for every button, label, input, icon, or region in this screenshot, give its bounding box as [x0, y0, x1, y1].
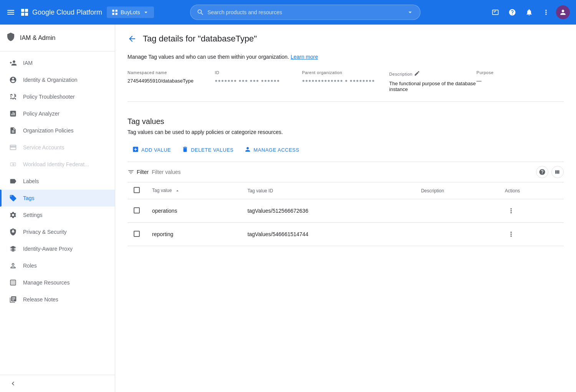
- sidebar-item-identity-proxy[interactable]: Identity-Aware Proxy: [0, 240, 115, 257]
- td-check-operations[interactable]: [127, 199, 146, 223]
- main-content: Tag details for "databaseType" Manage Ta…: [115, 25, 576, 392]
- menu-icon[interactable]: [6, 8, 15, 17]
- sidebar-collapse-button[interactable]: [0, 375, 115, 392]
- sidebar-item-release-notes[interactable]: Release Notes: [0, 291, 115, 308]
- filter-input[interactable]: [152, 169, 533, 175]
- filter-bar: Filter: [127, 162, 564, 182]
- sidebar-item-settings[interactable]: Settings: [0, 207, 115, 223]
- user-avatar[interactable]: [556, 5, 570, 19]
- add-box-icon: [132, 146, 139, 154]
- parent-org-label: Parent organization: [302, 70, 389, 75]
- help-button[interactable]: [505, 5, 519, 19]
- back-button[interactable]: [127, 34, 137, 43]
- sidebar-shield-icon: [6, 32, 15, 43]
- sidebar-item-policy-analyzer-label: Policy Analyzer: [23, 111, 60, 117]
- table-row: operations tagValues/512566672636: [127, 199, 564, 223]
- sidebar-item-org-policies[interactable]: Organization Policies: [0, 122, 115, 139]
- metadata-description: Description The functional purpose of th…: [389, 70, 477, 92]
- th-select-all[interactable]: [127, 182, 146, 199]
- td-actions-operations: [499, 199, 564, 223]
- top-navigation: Google Cloud Platform BuyLots: [0, 0, 576, 25]
- more-options-button[interactable]: [539, 5, 553, 19]
- manage-access-button[interactable]: MANAGE ACCESS: [240, 143, 304, 157]
- actions-menu-reporting[interactable]: [505, 228, 517, 240]
- sidebar-item-iam[interactable]: IAM: [0, 55, 115, 71]
- sidebar-item-iam-label: IAM: [23, 60, 33, 66]
- sidebar-item-policy-analyzer[interactable]: Policy Analyzer: [0, 105, 115, 122]
- search-bar[interactable]: [190, 5, 420, 20]
- edit-description-icon[interactable]: [414, 70, 420, 78]
- account-circle-icon: [9, 76, 17, 84]
- sidebar-item-identity-org-label: Identity & Organization: [23, 77, 78, 83]
- manage-access-person-icon: [244, 146, 251, 154]
- analytics-icon: [9, 110, 17, 117]
- filter-label: Filter: [127, 169, 149, 175]
- td-check-reporting[interactable]: [127, 223, 146, 246]
- row-checkbox-operations[interactable]: [134, 207, 140, 213]
- add-value-button[interactable]: ADD VALUE: [127, 143, 175, 157]
- tag-values-section: Tag values Tag values can be used to app…: [127, 117, 564, 246]
- tag-values-table: Tag value Tag value ID Description Actio…: [127, 182, 564, 246]
- main-layout: IAM & Admin IAM Identity & Organization: [0, 25, 576, 392]
- filter-help-button[interactable]: [536, 166, 548, 178]
- roles-icon: [9, 262, 17, 270]
- notes-icon: [9, 296, 17, 303]
- top-nav-actions: [488, 5, 570, 19]
- row-checkbox-reporting[interactable]: [134, 231, 140, 237]
- purpose-label: Purpose: [477, 70, 564, 75]
- sidebar-item-privacy-security[interactable]: Privacy & Security: [0, 223, 115, 240]
- description-label: Description: [389, 70, 477, 78]
- sidebar-item-identity-proxy-label: Identity-Aware Proxy: [23, 246, 73, 252]
- sidebar-item-manage-resources-label: Manage Resources: [23, 280, 70, 286]
- description-value: The functional purpose of the database i…: [389, 81, 477, 92]
- metadata-id: ID ●●●●●●● ●●● ●●● ●●●●●●: [215, 70, 302, 92]
- info-text: Manage Tag values and who can use them w…: [127, 53, 564, 61]
- td-description-reporting: [415, 223, 498, 246]
- actions-menu-operations[interactable]: [505, 205, 517, 217]
- metadata-namespaced-name: Namespaced name 274544955910/databaseTyp…: [127, 70, 215, 92]
- td-tag-value-id-operations: tagValues/512566672636: [241, 199, 415, 223]
- label-icon: [9, 177, 17, 185]
- th-description: Description: [415, 182, 498, 199]
- sidebar-item-manage-resources[interactable]: Manage Resources: [0, 274, 115, 291]
- app-logo: Google Cloud Platform: [20, 8, 102, 17]
- sidebar: IAM & Admin IAM Identity & Organization: [0, 25, 115, 392]
- proxy-icon: [9, 245, 17, 253]
- sidebar-item-labels[interactable]: Labels: [0, 173, 115, 190]
- td-actions-reporting: [499, 223, 564, 246]
- sidebar-navigation: IAM Identity & Organization Policy Troub…: [0, 51, 115, 375]
- sidebar-item-workload-identity[interactable]: Workload Identity Federat...: [0, 156, 115, 173]
- workload-icon: [9, 160, 17, 168]
- person-add-icon: [9, 59, 17, 67]
- project-selector[interactable]: BuyLots: [107, 7, 154, 18]
- td-tag-value-reporting: reporting: [146, 223, 241, 246]
- sidebar-item-workload-identity-label: Workload Identity Federat...: [23, 161, 89, 167]
- metadata-section: Namespaced name 274544955910/databaseTyp…: [127, 70, 564, 102]
- namespaced-name-value: 274544955910/databaseType: [127, 78, 215, 84]
- sidebar-item-service-accounts-label: Service Accounts: [23, 144, 64, 151]
- columns-toggle-button[interactable]: [551, 166, 564, 178]
- search-input[interactable]: [207, 9, 403, 15]
- tag-icon: [9, 194, 17, 202]
- sidebar-item-policy-troubleshooter[interactable]: Policy Troubleshooter: [0, 88, 115, 105]
- sidebar-item-service-accounts[interactable]: Service Accounts: [0, 139, 115, 156]
- select-all-checkbox[interactable]: [134, 187, 140, 193]
- cloud-shell-button[interactable]: [488, 5, 502, 19]
- svg-rect-0: [21, 9, 24, 12]
- privacy-icon: [9, 228, 17, 236]
- svg-rect-3: [25, 13, 28, 16]
- id-value: ●●●●●●● ●●● ●●● ●●●●●●: [215, 78, 302, 83]
- sidebar-item-roles-label: Roles: [23, 263, 37, 269]
- notifications-button[interactable]: [522, 5, 536, 19]
- delete-values-button[interactable]: DELETE VALUES: [177, 143, 238, 157]
- sidebar-item-roles[interactable]: Roles: [0, 257, 115, 274]
- settings-icon: [9, 211, 17, 219]
- manage-icon: [9, 279, 17, 286]
- sidebar-item-tags[interactable]: Tags: [0, 190, 115, 207]
- sidebar-item-identity-org[interactable]: Identity & Organization: [0, 71, 115, 88]
- sidebar-item-privacy-security-label: Privacy & Security: [23, 229, 67, 235]
- sidebar-title: IAM & Admin: [20, 35, 55, 41]
- th-tag-value[interactable]: Tag value: [146, 182, 241, 199]
- learn-more-link[interactable]: Learn more: [291, 54, 318, 60]
- sidebar-item-policy-troubleshooter-label: Policy Troubleshooter: [23, 94, 75, 100]
